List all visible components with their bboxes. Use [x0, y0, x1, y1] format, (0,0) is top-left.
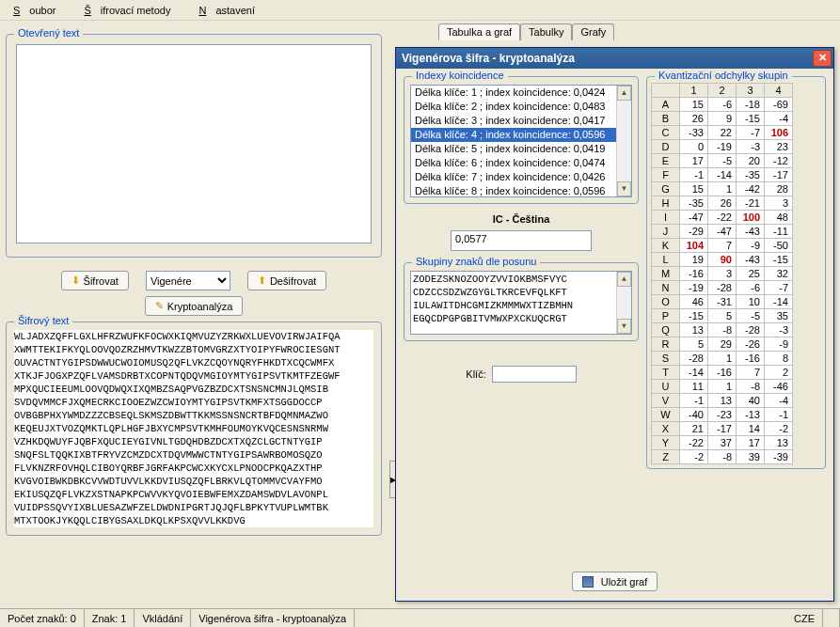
dev-cell: 1 — [708, 182, 737, 196]
menu-settings[interactable]: Nastavení — [189, 2, 274, 19]
groups-listbox[interactable]: ZODEZSKNOZOOYZVVIOKBMSFVYCCDZCCSDZWZGYGL… — [410, 271, 632, 335]
dev-row-header: S — [652, 352, 680, 366]
close-icon[interactable]: ✕ — [813, 50, 832, 67]
menu-settings-text: astavení — [206, 2, 264, 19]
dev-cell: 15 — [680, 98, 708, 112]
dev-row-header: P — [652, 309, 680, 323]
key-label: Klíč: — [466, 368, 485, 380]
dev-cell: 48 — [765, 211, 793, 225]
index-item[interactable]: Délka klíče: 5 ; index koincidence: 0,04… — [411, 142, 631, 156]
tab-tables[interactable]: Tabulky — [520, 24, 572, 40]
dev-cell: 17 — [680, 154, 708, 168]
dev-cell: -16 — [737, 352, 765, 366]
scrollbar[interactable]: ▲ ▼ — [616, 86, 631, 196]
dev-cell: -22 — [708, 211, 737, 225]
save-graph-label: Uložit graf — [601, 576, 648, 588]
dev-col-header: 2 — [708, 84, 737, 98]
dev-cell: 5 — [708, 309, 737, 323]
tab-table-graph[interactable]: Tabulka a graf — [438, 24, 520, 40]
dev-cell: -2 — [765, 422, 793, 436]
dev-cell: -28 — [737, 323, 765, 337]
open-text-legend: Otevřený text — [14, 27, 83, 39]
dev-cell: -1 — [680, 168, 708, 182]
dev-cell: -5 — [737, 309, 765, 323]
algorithm-select[interactable]: Vigenére — [146, 271, 230, 290]
decrypt-button[interactable]: ⬆ Dešifrovat — [247, 271, 327, 290]
dev-cell: -28 — [680, 352, 708, 366]
dev-cell: 13 — [708, 394, 737, 408]
dev-cell: -50 — [765, 239, 793, 253]
dev-cell: -8 — [708, 323, 737, 337]
menu-file[interactable]: Soubor — [4, 2, 74, 19]
index-item[interactable]: Délka klíče: 3 ; index koincidence: 0,04… — [411, 114, 631, 128]
dev-cell: -35 — [680, 196, 708, 211]
open-text-area[interactable] — [16, 44, 372, 243]
dev-row-header: B — [652, 112, 680, 126]
cipher-text-area[interactable]: WLJADXZQFFLGXLHFRZWUFKFOCWXKIQMVUZYZRKWX… — [14, 330, 373, 527]
dev-cell: 26 — [680, 112, 708, 126]
dev-row-header: Y — [652, 436, 680, 450]
disk-icon — [582, 576, 594, 588]
tab-graphs[interactable]: Grafy — [572, 24, 614, 40]
dev-cell: 2 — [765, 366, 793, 380]
dev-cell: 13 — [765, 436, 793, 450]
index-item[interactable]: Délka klíče: 8 ; index koincidence: 0,05… — [411, 184, 631, 197]
dev-row-header: M — [652, 267, 680, 281]
dev-cell: -14 — [765, 295, 793, 309]
encrypt-label: Šifrovat — [84, 275, 119, 287]
dev-cell: -18 — [737, 98, 765, 112]
dev-cell: 11 — [680, 380, 708, 394]
encrypt-button[interactable]: ⬇ Šifrovat — [61, 271, 129, 290]
decrypt-label: Dešifrovat — [270, 275, 317, 287]
dialog-body: Indexy koincidence Délka klíče: 1 ; inde… — [396, 69, 833, 486]
dev-cell: 9 — [708, 112, 737, 126]
index-item[interactable]: Délka klíče: 1 ; index koincidence: 0,04… — [411, 86, 631, 100]
dev-cell: 10 — [737, 295, 765, 309]
menu-methods[interactable]: Šifrovací metody — [74, 2, 189, 19]
dev-cell: -9 — [737, 239, 765, 253]
scroll-down-icon-2[interactable]: ▼ — [617, 319, 631, 334]
dev-cell: 20 — [737, 154, 765, 168]
button-row-2: ✎ Kryptoanalýza — [6, 296, 382, 316]
dev-col-header: 3 — [737, 84, 765, 98]
index-item[interactable]: Délka klíče: 2 ; index koincidence: 0,04… — [411, 100, 631, 114]
deviations-table: 1234A15-6-18-69B269-15-4C-3322-7106D0-19… — [651, 83, 793, 464]
scroll-up-icon-2[interactable]: ▲ — [617, 272, 631, 287]
dev-cell: 39 — [737, 450, 765, 464]
menu-methods-text: ifrovací metody — [91, 2, 181, 19]
dev-cell: -39 — [765, 450, 793, 464]
scroll-down-icon[interactable]: ▼ — [617, 181, 631, 196]
dev-cell: -43 — [737, 253, 765, 267]
index-item[interactable]: Délka klíče: 4 ; index koincidence: 0,05… — [411, 128, 631, 142]
dev-cell: 29 — [708, 337, 737, 352]
dev-cell: -7 — [765, 281, 793, 295]
dev-row-header: E — [652, 154, 680, 168]
deviations-group: Kvantizační odchylky skupin 1234A15-6-18… — [646, 76, 826, 469]
group-line: CDZCCSDZWZGYGLTKRCEVFQLKFT — [413, 286, 629, 299]
group-line: ZODEZSKNOZOOYZVVIOKBMSFVYC — [413, 273, 629, 286]
status-charcount: Počet znaků: 0 — [0, 609, 85, 627]
ic-row: IC - Čeština 0,0577 — [404, 213, 639, 251]
dev-cell: -14 — [708, 168, 737, 182]
status-resize-grip[interactable] — [823, 609, 840, 627]
scroll-up-icon[interactable]: ▲ — [617, 86, 631, 101]
indexes-group: Indexy koincidence Délka klíče: 1 ; inde… — [404, 76, 639, 204]
dev-cell: -29 — [680, 225, 708, 239]
status-spacer — [355, 609, 786, 627]
indexes-listbox[interactable]: Délka klíče: 1 ; index koincidence: 0,04… — [410, 85, 632, 197]
key-input[interactable] — [492, 366, 577, 383]
dev-cell: -19 — [680, 281, 708, 295]
save-graph-button[interactable]: Uložit graf — [572, 572, 658, 591]
dev-cell: 23 — [765, 140, 793, 154]
dev-cell: 26 — [708, 196, 737, 211]
cryptanalysis-button[interactable]: ✎ Kryptoanalýza — [145, 296, 244, 316]
dev-cell: 17 — [737, 436, 765, 450]
dev-cell: -17 — [765, 168, 793, 182]
dev-row-header: X — [652, 422, 680, 436]
dev-cell: -26 — [737, 337, 765, 352]
index-item[interactable]: Délka klíče: 6 ; index koincidence: 0,04… — [411, 156, 631, 170]
scrollbar-2[interactable]: ▲ ▼ — [616, 272, 631, 334]
index-item[interactable]: Délka klíče: 7 ; index koincidence: 0,04… — [411, 170, 631, 184]
dev-cell: -17 — [708, 422, 737, 436]
menu-file-text: oubor — [20, 2, 65, 19]
